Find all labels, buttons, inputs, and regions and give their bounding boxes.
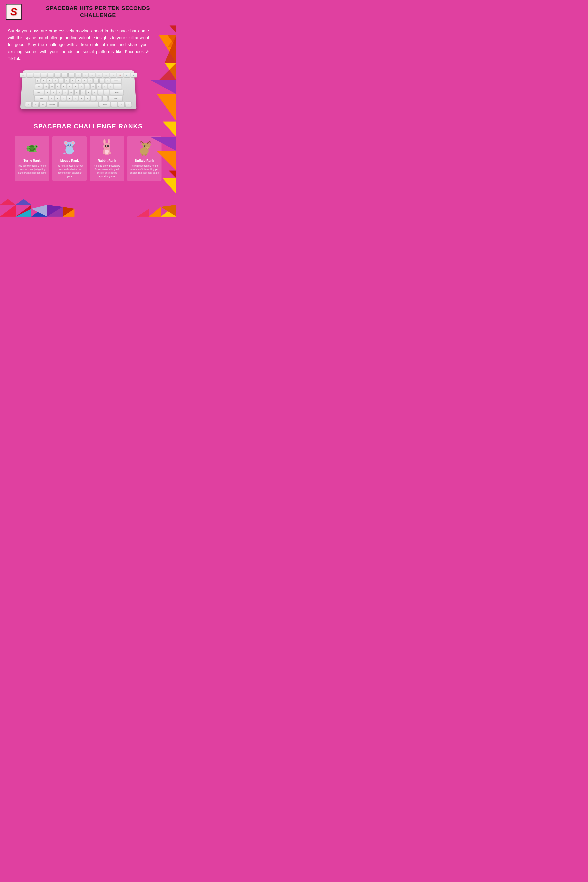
svg-point-58 [146, 147, 149, 149]
logo-letter: S [10, 6, 17, 18]
intro-paragraph: Surely you guys are progressively moving… [8, 27, 149, 62]
svg-marker-75 [137, 209, 149, 217]
svg-rect-64 [145, 154, 147, 156]
svg-point-33 [70, 145, 71, 146]
buffalo-rank-name: Buffalo Rank [135, 159, 154, 162]
rabbit-animal [98, 139, 116, 157]
logo-box: S [6, 4, 21, 20]
svg-point-16 [30, 147, 34, 150]
svg-point-60 [148, 148, 148, 148]
svg-point-19 [36, 146, 37, 146]
svg-point-39 [71, 150, 74, 152]
rank-card-turtle: Turtle Rank This absolute rank is for th… [15, 136, 49, 181]
svg-point-46 [108, 140, 110, 143]
ranks-title: SPACEBAR CHALLENGE RANKS [6, 123, 171, 130]
svg-rect-63 [141, 154, 143, 156]
svg-point-51 [106, 147, 107, 148]
svg-point-34 [69, 146, 70, 147]
turtle-rank-desc: This absolute rank is for the users who … [17, 164, 47, 175]
svg-point-32 [68, 145, 69, 146]
header: S SPACEBAR HITS PER TEN SECONDS CHALLENG… [0, 0, 176, 24]
rabbit-rank-desc: It is one of the best ranks for our user… [92, 164, 122, 178]
svg-marker-79 [0, 199, 16, 205]
svg-marker-68 [16, 209, 32, 217]
intro-section: Surely you guys are progressively moving… [0, 24, 176, 119]
buffalo-animal [136, 139, 153, 157]
svg-point-59 [146, 148, 147, 148]
rank-card-mouse: Mouse Rank The rank is best fit for our … [52, 136, 87, 181]
rank-card-rabbit: Rabbit Rank It is one of the best ranks … [90, 136, 124, 181]
ranks-grid: Turtle Rank This absolute rank is for th… [6, 136, 171, 181]
turtle-rank-name: Turtle Rank [24, 159, 40, 162]
svg-point-53 [108, 152, 111, 154]
svg-point-17 [34, 145, 38, 148]
keyboard-container: esc F1 F2 F3 F4 F5 F6 F7 F8 F9 F10 F11 F… [8, 66, 149, 115]
mouse-rank-name: Mouse Rank [60, 159, 79, 162]
bottom-decoration [0, 187, 176, 218]
bottom-triangles-svg [0, 189, 176, 217]
mouse-animal [61, 139, 78, 157]
svg-point-52 [103, 152, 105, 154]
svg-point-62 [145, 146, 145, 146]
main-layout: Surely you guys are progressively moving… [0, 24, 176, 218]
svg-marker-80 [16, 199, 32, 205]
buffalo-rank-desc: This ultimate rank is for the masters of… [129, 164, 159, 175]
rabbit-rank-name: Rabbit Rank [98, 159, 116, 162]
svg-point-44 [104, 140, 105, 144]
keyboard-illustration: esc F1 F2 F3 F4 F5 F6 F7 F8 F9 F10 F11 F… [20, 70, 136, 109]
turtle-animal [23, 139, 41, 157]
svg-point-49 [106, 146, 106, 146]
svg-marker-66 [0, 205, 16, 217]
svg-point-27 [64, 141, 67, 144]
mouse-rank-desc: The rank is best fit for our users enthu… [55, 164, 84, 178]
svg-point-23 [27, 148, 29, 150]
page-title: SPACEBAR HITS PER TEN SECONDS CHALLENGE [26, 5, 171, 19]
svg-point-50 [108, 146, 109, 146]
rank-card-buffalo: Buffalo Rank This ultimate rank is for t… [127, 136, 162, 181]
svg-point-29 [72, 141, 74, 144]
svg-marker-76 [149, 207, 161, 217]
ranks-section: SPACEBAR CHALLENGE RANKS [0, 119, 176, 187]
